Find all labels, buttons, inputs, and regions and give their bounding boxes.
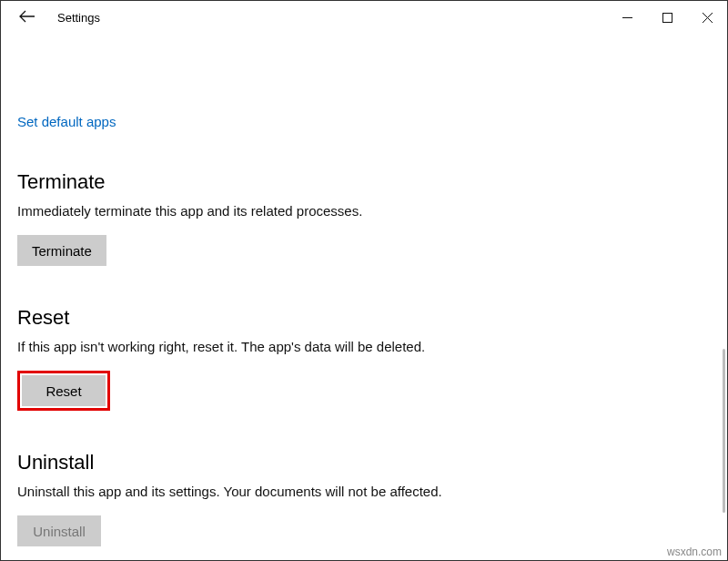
uninstall-description: Uninstall this app and its settings. You… xyxy=(17,484,711,499)
window-controls xyxy=(607,1,727,34)
scrollbar-thumb[interactable] xyxy=(723,349,725,513)
uninstall-heading: Uninstall xyxy=(17,451,711,474)
reset-button-highlight: Reset xyxy=(17,371,110,411)
terminate-button[interactable]: Terminate xyxy=(17,235,106,266)
back-button[interactable] xyxy=(14,6,41,29)
terminate-heading: Terminate xyxy=(17,170,711,194)
watermark: wsxdn.com xyxy=(667,546,722,558)
minimize-button[interactable] xyxy=(607,1,647,34)
reset-section: Reset If this app isn't working right, r… xyxy=(17,306,711,411)
uninstall-button: Uninstall xyxy=(17,515,101,546)
content-area: Set default apps Terminate Immediately t… xyxy=(1,34,727,546)
uninstall-section: Uninstall Uninstall this app and its set… xyxy=(17,451,711,546)
close-button[interactable] xyxy=(687,1,727,34)
terminate-description: Immediately terminate this app and its r… xyxy=(17,203,711,219)
svg-rect-0 xyxy=(662,13,672,22)
reset-button[interactable]: Reset xyxy=(22,375,106,406)
title-bar: Settings xyxy=(1,1,727,34)
reset-heading: Reset xyxy=(17,306,711,330)
terminate-section: Terminate Immediately terminate this app… xyxy=(17,170,711,266)
reset-description: If this app isn't working right, reset i… xyxy=(17,339,711,354)
set-default-apps-link[interactable]: Set default apps xyxy=(17,114,116,129)
window-title: Settings xyxy=(57,11,100,25)
maximize-button[interactable] xyxy=(647,1,687,34)
